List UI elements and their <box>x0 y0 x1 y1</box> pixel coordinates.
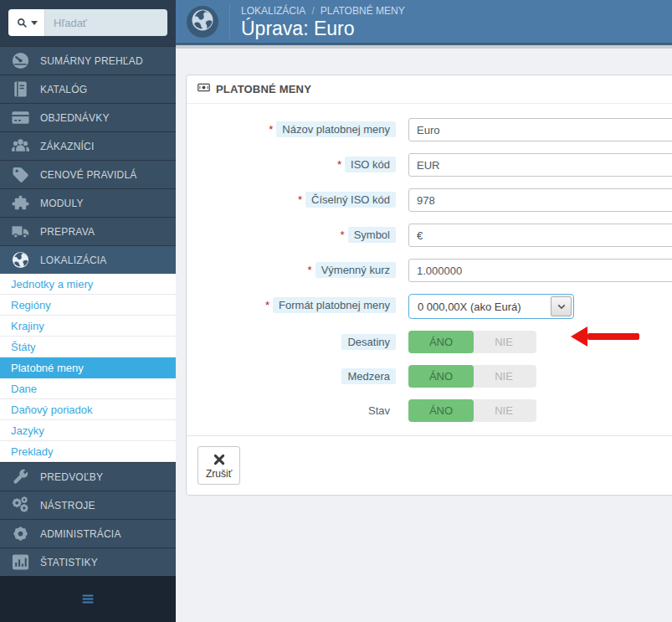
decimals-yes-button[interactable]: ÁNO <box>408 331 474 353</box>
search-button[interactable] <box>8 9 45 36</box>
sidebar-item-label: CENOVÉ PRAVIDLÁ <box>40 169 136 181</box>
gear-icon <box>11 524 30 543</box>
sidebar-item-tools[interactable]: NÁSTROJE <box>0 491 176 519</box>
breadcrumb-item-localization[interactable]: LOKALIZÁCIA <box>241 5 305 17</box>
sidebar-item-customers[interactable]: ZÁKAZNÍCI <box>0 131 176 160</box>
submenu-item-taxes[interactable]: Dane <box>0 378 176 399</box>
spacing-no-button[interactable]: NIE <box>471 365 536 388</box>
panel-footer: Zrušiť <box>187 435 672 495</box>
status-no-button[interactable]: NIE <box>471 399 536 422</box>
required-asterisk: * <box>337 158 341 171</box>
field-label: Desatiny <box>341 334 396 350</box>
caret-down-icon <box>31 21 38 25</box>
puzzle-icon <box>11 193 30 213</box>
submenu-item-translations[interactable]: Preklady <box>0 441 176 462</box>
sidebar-menu-bottom: PREDVOĽBY NÁSTROJE ADMINISTRÁCIA ŠTATIST… <box>0 462 176 576</box>
currency-form: *Názov platobnej meny *ISO kód *Číselný … <box>187 104 672 435</box>
gears-icon <box>11 496 30 515</box>
field-label: Formát platobnej meny <box>273 297 396 313</box>
bar-chart-icon <box>11 553 30 572</box>
sidebar-item-administration[interactable]: ADMINISTRÁCIA <box>0 519 176 547</box>
status-yes-button[interactable]: ÁNO <box>408 399 474 422</box>
breadcrumb-item-currencies[interactable]: PLATOBNÉ MENY <box>321 5 405 17</box>
panel-header: PLATOBNÉ MENY <box>187 75 672 104</box>
form-row-currency-name: *Názov platobnej meny <box>187 118 672 141</box>
submenu-item-currencies[interactable]: Platobné meny <box>0 357 176 378</box>
submenu-item-tax-rules[interactable]: Daňový poriadok <box>0 399 176 420</box>
submenu-item-units[interactable]: Jednotky a miery <box>0 274 176 295</box>
content: PLATOBNÉ MENY *Názov platobnej meny *ISO… <box>176 49 672 622</box>
field-control-cell <box>408 224 672 247</box>
sidebar-item-catalog[interactable]: KATALÓG <box>0 75 176 103</box>
sidebar-submenu: Jednotky a mieryRegiónyKrajinyŠtátyPlato… <box>0 274 176 462</box>
field-label-cell: *ISO kód <box>187 153 396 172</box>
form-row-exchange-rate: *Výmenný kurz <box>187 259 672 282</box>
panel-title: PLATOBNÉ MENY <box>216 83 311 95</box>
close-icon <box>213 453 226 466</box>
tag-icon <box>11 165 30 184</box>
form-row-numeric-iso-code: *Číselný ISO kód <box>187 188 672 212</box>
decimals-no-button[interactable]: NIE <box>471 331 536 353</box>
currency-format-selected-value: 0 000,00X (ako Eurá) <box>409 301 551 313</box>
required-asterisk: * <box>298 193 302 206</box>
sidebar-item-orders[interactable]: OBJEDNÁVKY <box>0 103 176 131</box>
field-label: Stav <box>362 403 396 419</box>
globe-icon <box>11 250 30 270</box>
arrow-shaft <box>587 333 639 340</box>
search-input[interactable] <box>45 9 167 36</box>
currency-name-input[interactable] <box>408 118 672 141</box>
sidebar-item-label: NÁSTROJE <box>40 500 95 511</box>
main-area: LOKALIZÁCIA / PLATOBNÉ MENY Úprava: Euro… <box>176 0 672 622</box>
header-text: LOKALIZÁCIA / PLATOBNÉ MENY Úprava: Euro <box>241 3 405 39</box>
field-label: Medzera <box>341 368 396 384</box>
submenu-item-states[interactable]: Štáty <box>0 337 176 357</box>
sidebar-item-preferences[interactable]: PREDVOĽBY <box>0 462 176 491</box>
breadcrumb: LOKALIZÁCIA / PLATOBNÉ MENY <box>241 5 405 17</box>
search-icon <box>16 17 28 29</box>
field-label: Názov platobnej meny <box>276 121 396 137</box>
required-asterisk: * <box>341 229 345 241</box>
exchange-rate-input[interactable] <box>408 259 672 282</box>
sidebar-menu-top: SUMÁRNY PREHĽAD KATALÓG OBJEDNÁVKY ZÁKAZ… <box>0 46 176 274</box>
submenu-item-regions[interactable]: Regióny <box>0 295 176 316</box>
field-label-cell: *Formát platobnej meny <box>187 294 396 313</box>
form-row-iso-code: *ISO kód <box>187 153 672 177</box>
sidebar-item-label: KATALÓG <box>40 84 87 95</box>
sidebar-item-label: OBJEDNÁVKY <box>40 112 110 124</box>
sidebar: SUMÁRNY PREHĽAD KATALÓG OBJEDNÁVKY ZÁKAZ… <box>0 0 176 622</box>
sidebar-item-dashboard[interactable]: SUMÁRNY PREHĽAD <box>0 46 176 75</box>
money-icon <box>197 81 211 97</box>
chevron-down-icon[interactable] <box>551 296 572 316</box>
cancel-button[interactable]: Zrušiť <box>197 446 240 485</box>
required-asterisk: * <box>269 123 273 136</box>
sidebar-item-stats[interactable]: ŠTATISTIKY <box>0 547 176 576</box>
book-icon <box>11 80 30 99</box>
sidebar-item-label: ŠTATISTIKY <box>40 557 98 568</box>
sidebar-item-label: PREDVOĽBY <box>40 471 103 483</box>
submenu-item-languages[interactable]: Jazyky <box>0 420 176 441</box>
sidebar-item-label: SUMÁRNY PREHĽAD <box>40 55 143 67</box>
globe-glyph <box>190 8 215 36</box>
field-control-cell <box>408 153 672 177</box>
iso-code-input[interactable] <box>408 153 672 177</box>
field-label: Výmenný kurz <box>315 262 396 278</box>
form-row-symbol: *Symbol <box>187 224 672 247</box>
sidebar-footer <box>0 576 176 622</box>
sidebar-item-modules[interactable]: MODULY <box>0 188 176 217</box>
field-control-cell: ÁNONIE <box>408 365 536 388</box>
numeric-iso-code-input[interactable] <box>408 188 672 212</box>
submenu-item-countries[interactable]: Krajiny <box>0 316 176 337</box>
form-row-spacing: Medzera ÁNONIE <box>187 365 672 388</box>
sidebar-collapse-button[interactable] <box>77 591 99 607</box>
form-row-currency-format: *Formát platobnej meny 0 000,00X (ako Eu… <box>187 294 672 319</box>
field-label: Číselný ISO kód <box>305 192 396 208</box>
currency-format-select[interactable]: 0 000,00X (ako Eurá) <box>408 294 574 319</box>
sidebar-item-price-rules[interactable]: CENOVÉ PRAVIDLÁ <box>0 160 176 188</box>
spacing-yes-button[interactable]: ÁNO <box>408 365 474 388</box>
money-glyph <box>197 81 211 97</box>
field-label-cell: *Názov platobnej meny <box>187 118 396 137</box>
sidebar-item-shipping[interactable]: PREPRAVA <box>0 217 176 245</box>
page-header: LOKALIZÁCIA / PLATOBNÉ MENY Úprava: Euro <box>176 0 672 43</box>
sidebar-item-localization[interactable]: LOKALIZÁCIA <box>0 245 176 274</box>
symbol-input[interactable] <box>408 224 672 247</box>
